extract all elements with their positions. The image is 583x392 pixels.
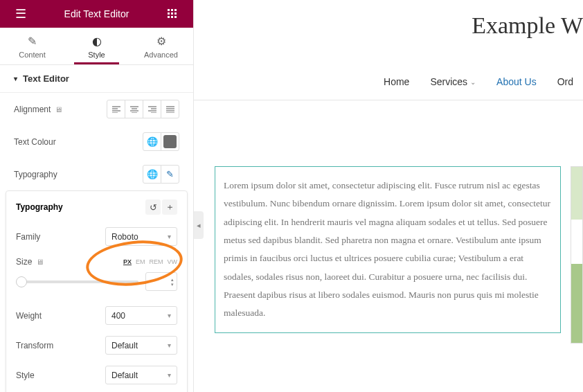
svg-rect-0 [168,9,170,11]
tab-advanced[interactable]: ⚙ Advanced [129,28,193,64]
tab-label: Content [19,51,46,59]
control-typography: Typography 🌐 ✎ [0,158,193,190]
slider-thumb[interactable] [16,276,27,287]
gear-icon: ⚙ [156,35,166,48]
desktop-icon[interactable]: 🖥 [36,258,44,266]
color-swatch-button[interactable] [161,132,179,151]
caret-down-icon: ▾ [14,75,17,82]
globe-icon[interactable]: 🌐 [143,165,161,184]
svg-rect-1 [171,9,173,11]
panel-title: Edit Text Editor [35,8,159,19]
nav-separator [194,100,583,100]
style-select[interactable]: Default ▾ [105,366,177,384]
svg-rect-6 [168,16,170,18]
apps-icon[interactable] [159,0,186,28]
text-editor-widget[interactable]: Lorem ipsum dolor sit amet, consectetur … [215,166,561,333]
style-label: Style [16,371,35,380]
panel-header: ☰ Edit Text Editor [0,0,193,28]
size-input[interactable]: ▴▾ [145,272,177,291]
pencil-icon: ✎ [28,35,37,48]
chevron-down-icon: ▾ [168,233,171,240]
nav-services[interactable]: Services ⌄ [430,76,476,87]
unit-em[interactable]: EM [136,258,145,265]
unit-rem[interactable]: REM [150,258,163,265]
svg-rect-2 [174,9,177,11]
transform-select[interactable]: Default ▾ [105,336,177,355]
typography-label: Typography [14,170,57,179]
family-value: Roboto [111,232,138,242]
transform-label: Transform [16,341,53,350]
tab-content[interactable]: ✎ Content [0,28,64,64]
control-transform: Transform Default ▾ [16,330,177,360]
align-justify-button[interactable] [161,100,179,118]
control-family: Family Roboto ▾ [16,222,177,251]
edit-typography-button[interactable]: ✎ [161,165,179,184]
chevron-down-icon: ▾ [168,371,171,379]
reset-button[interactable]: ↺ [145,199,161,215]
family-label: Family [16,232,40,242]
svg-rect-3 [168,12,170,15]
weight-label: Weight [16,311,42,321]
family-select[interactable]: Roboto ▾ [105,227,177,246]
align-right-button[interactable] [143,100,161,118]
sidebar-image [571,166,583,344]
alignment-label: Alignment [14,105,51,114]
style-value: Default [111,371,138,380]
tab-label: Advanced [144,51,178,59]
editor-panel: ☰ Edit Text Editor ✎ Content ◐ Style ⚙ A… [0,0,194,392]
size-units: PX EM REM VW [123,258,177,265]
alignment-buttons [107,100,179,118]
size-slider-row: ▴▾ [16,268,177,301]
unit-px[interactable]: PX [123,258,132,265]
nav-order[interactable]: Ord [557,76,573,87]
chevron-down-icon: ▾ [168,341,171,349]
svg-rect-5 [174,12,177,15]
nav-about[interactable]: About Us [496,76,537,87]
transform-value: Default [111,341,138,350]
control-weight: Weight 400 ▾ [16,301,177,330]
panel-tabs: ✎ Content ◐ Style ⚙ Advanced [0,28,193,65]
size-label: Size [16,257,32,267]
control-text-color: Text Colour 🌐 [0,125,193,158]
align-left-button[interactable] [107,100,125,118]
tab-style[interactable]: ◐ Style [64,28,129,64]
chevron-down-icon: ▾ [168,312,171,319]
typography-popover: Typography ↺ ＋ Family Roboto ▾ Size 🖥 PX… [6,190,188,392]
weight-value: 400 [111,311,125,321]
control-style: Style Default ▾ [16,360,177,390]
align-center-button[interactable] [125,100,143,118]
preview-pane: ◂ Example W Home Services ⌄ About Us Ord… [194,0,583,392]
svg-rect-7 [171,16,173,18]
section-title: Text Editor [23,73,69,84]
menu-icon[interactable]: ☰ [7,0,35,28]
svg-rect-8 [174,16,177,18]
control-size: Size 🖥 PX EM REM VW [16,251,177,268]
contrast-icon: ◐ [92,35,102,48]
control-alignment: Alignment 🖥 [0,93,193,125]
add-button[interactable]: ＋ [162,199,177,215]
section-text-editor[interactable]: ▾ Text Editor [0,65,193,93]
nav-services-label: Services [430,76,467,87]
popover-title: Typography [16,202,63,212]
nav-home[interactable]: Home [384,76,409,87]
tab-label: Style [88,51,105,59]
size-slider[interactable] [16,280,138,283]
chevron-down-icon: ⌄ [470,78,476,86]
weight-select[interactable]: 400 ▾ [105,306,177,325]
svg-rect-4 [171,12,173,15]
collapse-panel-button[interactable]: ◂ [194,211,204,239]
unit-vw[interactable]: VW [168,258,178,265]
text-color-label: Text Colour [14,137,56,147]
site-nav: Home Services ⌄ About Us Ord [384,76,583,87]
color-swatch [163,135,177,148]
desktop-icon[interactable]: 🖥 [55,105,62,114]
globe-icon[interactable]: 🌐 [143,132,161,151]
site-title: Example W [472,12,583,39]
